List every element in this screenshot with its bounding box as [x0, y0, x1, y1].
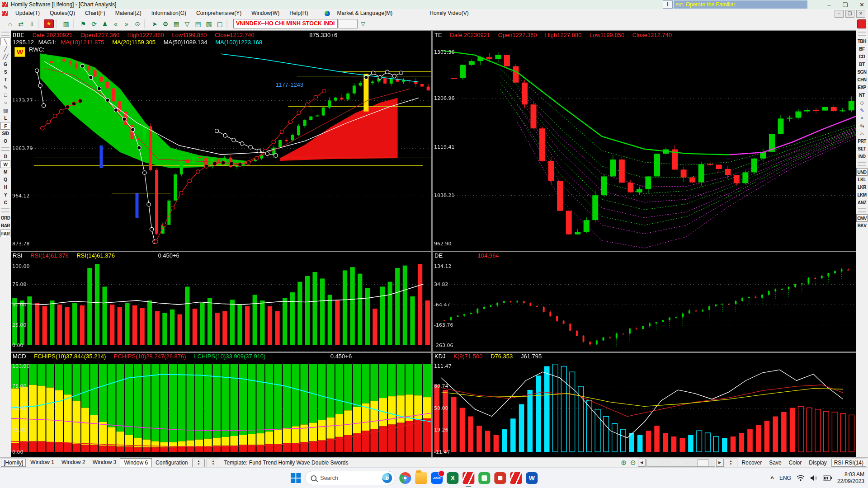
wifi-icon[interactable]: [797, 475, 805, 481]
rewind-icon[interactable]: «: [111, 19, 121, 28]
right-rail-button-sgn[interactable]: SGN: [856, 68, 868, 76]
panel-label[interactable]: TE: [434, 32, 442, 38]
right-rail-button-prt[interactable]: PRT: [856, 137, 868, 145]
download-icon[interactable]: ⇩: [27, 19, 37, 28]
left-rail-button-y[interactable]: Y: [0, 191, 10, 199]
word-icon[interactable]: W: [526, 472, 538, 484]
menu-item[interactable]: Update(T): [10, 9, 45, 18]
bing-icon[interactable]: b: [382, 473, 392, 483]
battery-icon[interactable]: [823, 475, 832, 481]
menu-item[interactable]: Material(Z): [110, 9, 146, 18]
zalo-icon[interactable]: Zalo: [431, 472, 443, 484]
right-rail-button-bt[interactable]: BT: [856, 61, 868, 68]
tray-chevron-icon[interactable]: ^: [770, 475, 774, 482]
filter-icon[interactable]: ▽: [182, 19, 192, 28]
left-rail-button-far[interactable]: FAR: [0, 230, 10, 237]
homily-icon[interactable]: [462, 472, 474, 484]
file-explorer-icon[interactable]: [415, 472, 427, 484]
right-rail-button-cd[interactable]: CD: [856, 53, 868, 61]
grid-icon[interactable]: ▦: [171, 19, 181, 28]
menu-item[interactable]: Window(W): [246, 9, 284, 18]
close-button[interactable]: ✕: [859, 1, 864, 8]
menu-item-market-language[interactable]: Market & Language(M): [332, 9, 397, 18]
right-rail-button-bkv[interactable]: BKV: [856, 222, 868, 230]
left-rail-button-ord[interactable]: ORD: [0, 214, 10, 222]
zoom-in-icon[interactable]: ⊕: [621, 459, 627, 467]
left-rail-button-q[interactable]: Q: [0, 176, 10, 183]
menu-item[interactable]: Quotes(Q): [45, 9, 80, 18]
left-rail-button-[interactable]: ╱: [0, 45, 10, 53]
color-button[interactable]: Color: [785, 459, 806, 467]
left-rail-button-[interactable]: ╱╱: [0, 53, 10, 61]
right-rail-button-tbh[interactable]: TBH: [856, 38, 868, 45]
spinner-up-down[interactable]: ▲▼: [207, 459, 219, 467]
row-divider[interactable]: [11, 251, 856, 252]
zoom-out-icon[interactable]: ⊖: [630, 459, 636, 467]
scrollbar-thumb[interactable]: [698, 459, 708, 466]
menu-item[interactable]: Comprehensive(Y): [191, 9, 246, 18]
left-rail-button-f[interactable]: F: [0, 122, 10, 130]
right-rail-button-ind[interactable]: IND: [856, 153, 868, 160]
menu-item-homily-video[interactable]: Homily Video(V): [425, 9, 473, 18]
minimize-button[interactable]: –: [827, 1, 830, 8]
save-button[interactable]: Save: [765, 459, 785, 467]
right-rail-button-[interactable]: ◇: [856, 99, 868, 107]
language-indicator[interactable]: ENG: [779, 475, 791, 481]
row-divider[interactable]: [11, 352, 856, 353]
favorites-icon[interactable]: ★: [44, 19, 54, 28]
left-rail-button-bar[interactable]: BAR: [0, 222, 10, 230]
panel-label[interactable]: KDJ: [434, 353, 446, 360]
left-rail-button-l[interactable]: L: [0, 114, 10, 122]
right-rail-button-und[interactable]: UND: [856, 168, 868, 176]
bar-chart-icon[interactable]: ▥: [61, 19, 71, 28]
forward-icon[interactable]: »: [122, 19, 132, 28]
chrome-icon[interactable]: [399, 472, 411, 484]
template-label[interactable]: Template: Fund Trend Homily Wave Double …: [220, 459, 352, 467]
panel-label[interactable]: RSI: [13, 252, 23, 259]
right-rail-button-[interactable]: ♨: [856, 130, 868, 137]
media-app-icon[interactable]: [494, 472, 506, 484]
symbol-dropdown-icon[interactable]: ▽: [361, 21, 365, 27]
left-rail-button-[interactable]: ╲: [0, 38, 10, 45]
de-chart[interactable]: [433, 252, 856, 352]
left-rail-button-[interactable]: ✎: [0, 84, 10, 91]
right-rail-button-[interactable]: ⌖: [856, 114, 868, 122]
menu-item[interactable]: Information(G): [146, 9, 191, 18]
right-rail-button-[interactable]: ✎: [856, 107, 868, 114]
right-rail-button-bf[interactable]: BF: [856, 45, 868, 53]
taskbar-clock[interactable]: 8:03 AM 22/09/2023: [837, 471, 864, 485]
window-tab[interactable]: Window 3: [89, 458, 120, 467]
right-rail-button-lkm[interactable]: LKM: [856, 191, 868, 199]
alert-icon[interactable]: [857, 19, 866, 28]
restore-button[interactable]: ❑: [842, 1, 848, 8]
left-rail-button-[interactable]: ▨: [0, 107, 10, 114]
right-rail-button-nt[interactable]: NT: [856, 91, 868, 99]
refresh-icon[interactable]: ⇄: [16, 19, 26, 28]
symbol-extra-box[interactable]: [339, 19, 358, 28]
wave-badge[interactable]: W: [14, 47, 25, 57]
right-rail-button-[interactable]: ⇆: [856, 122, 868, 130]
recover-button[interactable]: Recover: [738, 459, 766, 467]
kdj-chart[interactable]: [433, 353, 856, 458]
mcd-chart[interactable]: [11, 353, 431, 458]
start-button[interactable]: [291, 473, 301, 483]
folder-icon[interactable]: ▧: [204, 19, 214, 28]
panel-label[interactable]: MCD: [13, 353, 26, 360]
right-rail-button-lkr[interactable]: LKR: [856, 183, 868, 191]
child-restore-button[interactable]: ❑: [845, 10, 854, 18]
column-divider[interactable]: [431, 31, 433, 457]
left-rail-button-[interactable]: ○: [0, 99, 10, 107]
left-rail-button-d[interactable]: D: [0, 153, 10, 160]
homily-icon-2[interactable]: [510, 472, 522, 484]
left-rail-button-s[interactable]: S: [0, 68, 10, 76]
volume-icon[interactable]: [810, 475, 817, 481]
excel-icon[interactable]: X: [447, 472, 458, 484]
panel-label[interactable]: DE: [434, 252, 443, 259]
power-icon[interactable]: ⊙: [132, 19, 142, 28]
left-rail-button-m[interactable]: M: [0, 168, 10, 176]
scroll-right-button[interactable]: ▶: [716, 459, 724, 467]
menu-item[interactable]: Help(H): [284, 9, 313, 18]
bbe-chart[interactable]: [11, 32, 431, 251]
right-rail-button-anz[interactable]: ANZ: [856, 199, 868, 206]
home-icon[interactable]: ⌂: [5, 19, 15, 28]
